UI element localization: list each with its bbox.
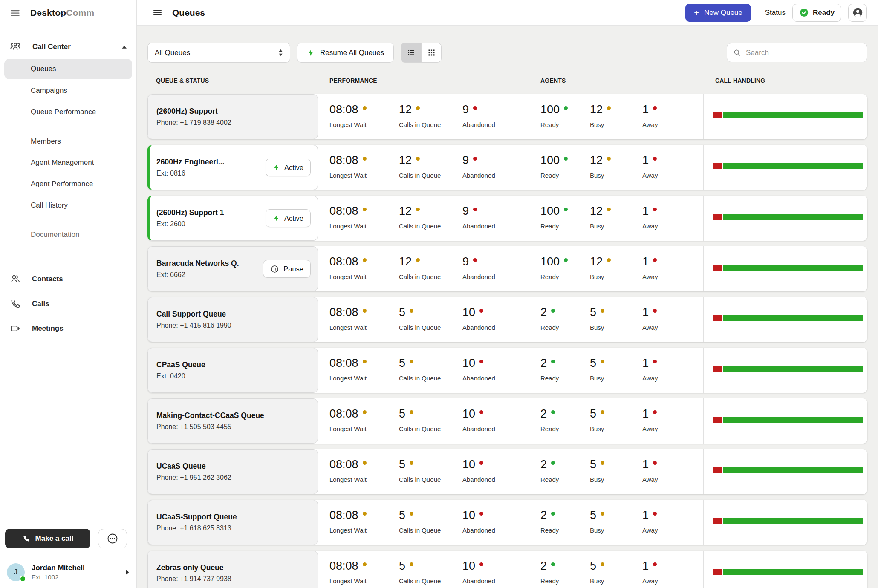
queue-filter-select[interactable]: All Queues: [147, 43, 290, 63]
queue-status-cell[interactable]: CPaaS Queue Ext: 0420: [147, 348, 318, 393]
agents-cell: 2 Ready 5 Busy 1 Away: [529, 500, 704, 545]
grid-view-button[interactable]: [421, 43, 441, 62]
sidebar-section-label: Call Center: [32, 43, 110, 51]
queue-info: (2600Hz) Support 1 Ext: 2600: [156, 208, 224, 228]
sidebar-item-queues[interactable]: Queues: [4, 59, 132, 79]
stat-longest-wait: 08:08 Longest Wait: [329, 103, 399, 139]
amber-dot-icon: [363, 461, 367, 465]
call-handling-bar: [713, 569, 863, 575]
bar-green: [723, 518, 863, 524]
stat-ready: 2 Ready: [540, 559, 590, 588]
sidebar-section-call-center[interactable]: Call Center: [4, 38, 132, 59]
amber-dot-icon: [601, 562, 604, 566]
hamburger-icon: [152, 7, 163, 18]
page-hamburger-button[interactable]: [152, 7, 163, 18]
caret-up-icon[interactable]: [121, 45, 127, 49]
longest-wait-value: 08:08: [329, 407, 358, 421]
ready-value: 2: [540, 559, 547, 573]
queue-status-cell[interactable]: UCaaS-Support Queue Phone: +1 618 625 83…: [147, 500, 318, 545]
ready-label: Ready: [540, 425, 590, 432]
sidebar-item-queue-performance[interactable]: Queue Performance: [4, 101, 132, 123]
column-header-call-handling: CALL HANDLING: [704, 77, 867, 84]
sidebar-hamburger-button[interactable]: [9, 7, 21, 19]
longest-wait-label: Longest Wait: [329, 121, 399, 128]
queue-row: UCaaS-Support Queue Phone: +1 618 625 83…: [147, 500, 867, 545]
abandoned-value: 9: [462, 154, 469, 167]
bar-red: [713, 163, 722, 169]
abandoned-label: Abandoned: [462, 527, 529, 534]
call-handling-cell: [704, 145, 867, 190]
busy-label: Busy: [590, 577, 642, 585]
list-view-button[interactable]: [401, 43, 421, 62]
toolbar: All Queues Resume All Queues: [147, 43, 867, 63]
abandoned-value: 9: [462, 255, 469, 268]
call-center-nav: Call Center Queues Campaigns Queue Perfo…: [0, 38, 136, 245]
view-toggle: [401, 43, 442, 63]
green-dot-icon: [564, 258, 568, 262]
bar-red: [713, 417, 722, 423]
bar-green: [723, 214, 863, 220]
away-value: 1: [642, 357, 649, 370]
calls-in-queue-value: 5: [399, 559, 405, 573]
busy-value: 5: [590, 357, 596, 370]
longest-wait-value: 08:08: [329, 458, 358, 471]
make-a-call-button[interactable]: Make a call: [5, 529, 90, 548]
new-queue-button[interactable]: + New Queue: [685, 4, 751, 22]
queue-row: CPaaS Queue Ext: 0420 08:08 Longest Wait…: [147, 348, 867, 393]
amber-dot-icon: [363, 157, 367, 161]
agents-cell: 100 Ready 12 Busy 1 Away: [529, 145, 704, 190]
queue-status-cell[interactable]: Making-Contact-CCaaS Queue Phone: +1 505…: [147, 398, 318, 444]
search-input[interactable]: [746, 49, 861, 57]
away-value: 1: [642, 205, 649, 218]
amber-dot-icon: [416, 258, 420, 262]
call-handling-bar: [713, 467, 863, 473]
away-value: 1: [642, 154, 649, 167]
queue-state-badge[interactable]: Active: [266, 209, 311, 227]
stat-busy: 12 Busy: [590, 255, 642, 291]
amber-dot-icon: [410, 461, 413, 465]
queue-status-cell[interactable]: Zebras only Queue Phone: +1 914 737 9938: [147, 551, 318, 588]
calls-in-queue-value: 12: [399, 103, 412, 116]
sidebar-item-members[interactable]: Members: [4, 131, 132, 152]
stat-away: 1 Away: [642, 103, 703, 139]
contacts-icon: [9, 273, 21, 285]
calls-in-queue-label: Calls in Queue: [399, 476, 462, 483]
sidebar-item-agent-management[interactable]: Agent Management: [4, 152, 132, 173]
stat-calls-in-queue: 5 Calls in Queue: [399, 357, 462, 393]
badge-label: Pause: [283, 265, 303, 273]
queue-state-badge[interactable]: Active: [266, 159, 311, 176]
queue-state-badge[interactable]: Pause: [263, 260, 311, 278]
bar-red: [713, 467, 722, 473]
queue-status-cell[interactable]: Barracuda Networks Q. Ext: 6662 Pause: [147, 246, 318, 291]
queue-status-cell[interactable]: 2600Hz Engineeri... Ext: 0816 Active: [147, 145, 318, 190]
current-user[interactable]: J Jordan Mitchell Ext. 1002: [0, 556, 136, 588]
sidebar-item-meetings[interactable]: Meetings: [4, 316, 132, 341]
bar-green: [723, 417, 863, 423]
sidebar-footer: Make a call J Jordan Mitchell Ext. 1002: [0, 529, 136, 588]
queue-status-cell[interactable]: (2600Hz) Support Phone: +1 719 838 4002: [147, 94, 318, 139]
sidebar-item-contacts[interactable]: Contacts: [4, 267, 132, 291]
sidebar-item-documentation[interactable]: Documentation: [4, 224, 132, 245]
queue-status-cell[interactable]: Call Support Queue Phone: +1 415 816 199…: [147, 297, 318, 342]
grid-view-icon: [427, 48, 436, 57]
resume-all-queues-button[interactable]: Resume All Queues: [297, 43, 394, 63]
agent-status-button[interactable]: Ready: [792, 4, 841, 22]
abandoned-label: Abandoned: [462, 375, 529, 382]
busy-value: 5: [590, 458, 596, 471]
more-options-button[interactable]: [98, 529, 127, 548]
sidebar-item-call-history[interactable]: Call History: [4, 195, 132, 216]
sidebar-item-calls[interactable]: Calls: [4, 291, 132, 316]
chevron-right-icon[interactable]: [125, 569, 130, 575]
queue-status-cell[interactable]: UCaaS Queue Phone: +1 951 262 3062: [147, 449, 318, 494]
calls-in-queue-label: Calls in Queue: [399, 577, 462, 585]
sidebar-item-agent-performance[interactable]: Agent Performance: [4, 173, 132, 195]
longest-wait-label: Longest Wait: [329, 222, 399, 230]
amber-dot-icon: [601, 512, 604, 516]
profile-button[interactable]: [848, 4, 867, 22]
calls-in-queue-value: 5: [399, 458, 405, 471]
queue-status-cell[interactable]: (2600Hz) Support 1 Ext: 2600 Active: [147, 196, 318, 241]
sidebar-item-campaigns[interactable]: Campaigns: [4, 80, 132, 101]
queue-info: Making-Contact-CCaaS Queue Phone: +1 505…: [156, 411, 264, 431]
longest-wait-label: Longest Wait: [329, 577, 399, 585]
calls-in-queue-value: 5: [399, 509, 405, 522]
